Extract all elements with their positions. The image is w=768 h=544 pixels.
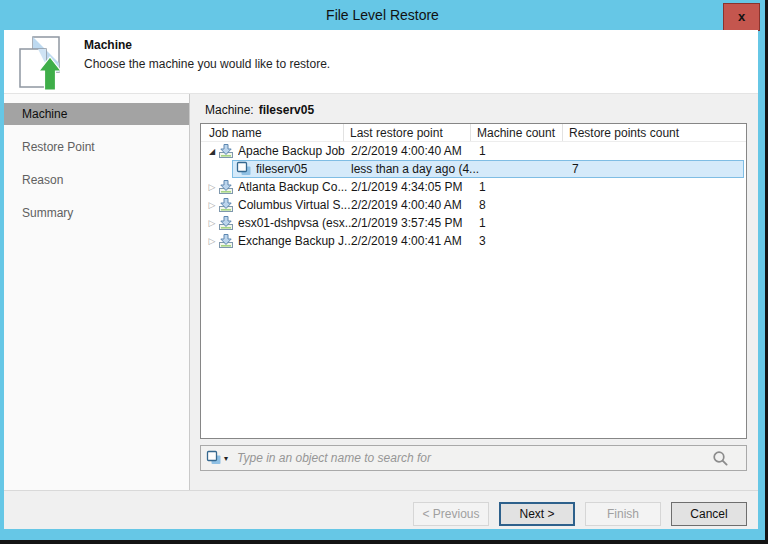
dialog-title: File Level Restore <box>0 0 765 30</box>
screen: File Level Restore x Machine Choose the … <box>0 0 768 544</box>
page-title: Machine <box>84 38 330 52</box>
wizard-header: Machine Choose the machine you would lik… <box>4 30 758 94</box>
machine-count: 3 <box>479 234 486 248</box>
table-row[interactable]: ▷ Exchange Backup J... 2/2/2019 4:00:41 … <box>201 232 746 250</box>
cancel-button[interactable]: Cancel <box>671 502 747 526</box>
machines-tree-table: Job name Last restore point Machine coun… <box>200 123 747 439</box>
virtual-machine-icon <box>236 161 252 177</box>
search-bar: ▾ <box>200 445 747 471</box>
restore-points-count: 7 <box>572 162 579 176</box>
sidebar-item-summary[interactable]: Summary <box>4 202 189 224</box>
search-icon <box>712 450 729 467</box>
expand-icon[interactable]: ▷ <box>206 236 218 246</box>
wizard-steps-sidebar: Machine Restore Point Reason Summary <box>4 94 190 490</box>
search-input[interactable] <box>237 451 694 465</box>
next-button[interactable]: Next > <box>499 502 575 526</box>
sidebar-item-machine[interactable]: Machine <box>4 103 189 125</box>
machine-count: 1 <box>479 144 486 158</box>
last-restore-point: 2/1/2019 3:57:45 PM <box>351 216 462 230</box>
last-restore-point: 2/2/2019 4:00:40 AM <box>351 198 462 212</box>
machine-value: fileserv05 <box>259 103 314 117</box>
job-name: Apache Backup Job <box>238 144 345 158</box>
column-header-last-restore-point[interactable]: Last restore point <box>344 124 471 141</box>
search-scope-dropdown[interactable]: ▾ <box>206 450 228 466</box>
backup-job-icon <box>218 215 234 231</box>
table-row[interactable]: ▷ Atlanta Backup Co... 2/1/2019 4:34:05 … <box>201 178 746 196</box>
machine-count: 1 <box>479 180 486 194</box>
job-name: Atlanta Backup Co... <box>238 180 347 194</box>
dialog-content: Machine Choose the machine you would lik… <box>4 30 758 529</box>
machine-count: 8 <box>479 198 486 212</box>
selected-machine-line: Machine:fileserv05 <box>205 103 747 117</box>
job-name: Columbus Virtual S... <box>238 198 351 212</box>
backup-job-icon <box>218 143 234 159</box>
machine-count: 1 <box>479 216 486 230</box>
table-row[interactable]: ▷ Columbus Virtual S... 2/2/2019 4:00:40… <box>201 196 746 214</box>
expand-icon[interactable]: ▷ <box>206 218 218 228</box>
file-level-restore-dialog: File Level Restore x Machine Choose the … <box>0 0 765 540</box>
sidebar-item-restore-point[interactable]: Restore Point <box>4 136 189 158</box>
column-header-job-name[interactable]: Job name <box>201 124 344 141</box>
sidebar-item-reason[interactable]: Reason <box>4 169 189 191</box>
job-name: Exchange Backup J... <box>238 234 354 248</box>
close-icon[interactable]: x <box>723 3 760 31</box>
table-row[interactable]: ◢ Apache Backup Job 2/2/2019 4:00:40 AM … <box>201 142 746 160</box>
machine-label: Machine: <box>205 103 254 117</box>
finish-button[interactable]: Finish <box>585 502 661 526</box>
wizard-footer: < Previous Next > Finish Cancel <box>4 490 758 529</box>
expand-icon[interactable]: ▷ <box>206 200 218 210</box>
machine-name: fileserv05 <box>256 162 307 176</box>
object-type-icon <box>206 450 222 466</box>
job-name: esx01-dshpvsa (esx... <box>238 216 355 230</box>
column-header-machine-count[interactable]: Machine count <box>471 124 563 141</box>
backup-job-icon <box>218 233 234 249</box>
table-row[interactable]: ▷ esx01-dshpvsa (esx... 2/1/2019 3:57:45… <box>201 214 746 232</box>
machine-panel: Machine:fileserv05 Job name Last restore… <box>190 94 758 490</box>
previous-button[interactable]: < Previous <box>413 502 489 526</box>
last-restore-point: 2/1/2019 4:34:05 PM <box>351 180 462 194</box>
expand-icon[interactable]: ▷ <box>206 182 218 192</box>
page-subtitle: Choose the machine you would like to res… <box>84 57 330 71</box>
collapse-icon[interactable]: ◢ <box>206 147 218 156</box>
last-restore-point: 2/2/2019 4:00:40 AM <box>351 144 462 158</box>
chevron-down-icon: ▾ <box>224 454 228 463</box>
column-header-restore-points-count[interactable]: Restore points count <box>563 124 746 141</box>
backup-job-icon <box>218 197 234 213</box>
table-header: Job name Last restore point Machine coun… <box>201 124 746 142</box>
wizard-body: Machine Restore Point Reason Summary Mac… <box>4 94 758 490</box>
last-restore-point: less than a day ago (4... <box>351 162 479 176</box>
table-row-selected[interactable]: fileserv05 less than a day ago (4... 7 <box>201 160 746 178</box>
dialog-titlebar[interactable]: File Level Restore x <box>0 0 765 30</box>
search-button[interactable] <box>694 446 746 470</box>
restore-machine-icon <box>16 35 64 91</box>
backup-job-icon <box>218 179 234 195</box>
last-restore-point: 2/2/2019 4:00:41 AM <box>351 234 462 248</box>
